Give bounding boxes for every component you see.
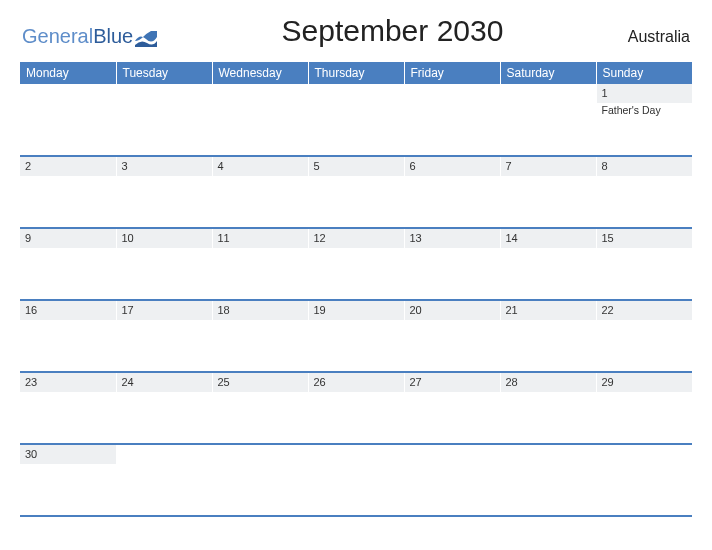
weekday-header: Thursday [308,62,404,84]
day-number [501,84,596,101]
calendar-day-cell [308,84,404,156]
calendar-grid: Monday Tuesday Wednesday Thursday Friday… [20,62,692,517]
month-year-title: September 2030 [157,14,628,48]
calendar-week-row: 30 [20,444,692,516]
day-number [309,84,404,101]
calendar-day-cell: 5 [308,156,404,228]
day-number: 21 [501,301,596,320]
calendar-day-cell: 25 [212,372,308,444]
calendar-day-cell [116,84,212,156]
calendar-day-cell [596,444,692,516]
weekday-header: Monday [20,62,116,84]
calendar-header: GeneralBlue September 2030 Australia [20,18,692,48]
calendar-day-cell: 30 [20,444,116,516]
day-number: 13 [405,229,500,248]
calendar-day-cell [116,444,212,516]
weekday-header: Sunday [596,62,692,84]
calendar-day-cell: 8 [596,156,692,228]
calendar-day-cell: 28 [500,372,596,444]
calendar-day-cell: 6 [404,156,500,228]
calendar-week-row: 1Father's Day [20,84,692,156]
day-number: 18 [213,301,308,320]
calendar-day-cell: 14 [500,228,596,300]
calendar-day-cell: 9 [20,228,116,300]
calendar-day-cell: 3 [116,156,212,228]
day-number: 30 [20,445,116,464]
day-number: 28 [501,373,596,392]
calendar-week-row: 9101112131415 [20,228,692,300]
calendar-day-cell: 18 [212,300,308,372]
day-number: 4 [213,157,308,176]
day-number [597,445,693,462]
calendar-day-cell [308,444,404,516]
weekday-header-row: Monday Tuesday Wednesday Thursday Friday… [20,62,692,84]
day-number: 22 [597,301,693,320]
day-number [309,445,404,462]
logo-text-2: Blue [93,25,133,48]
calendar-day-cell [212,84,308,156]
day-number: 6 [405,157,500,176]
calendar-day-cell [500,84,596,156]
calendar-day-cell: 29 [596,372,692,444]
calendar-day-cell [20,84,116,156]
calendar-day-cell: 4 [212,156,308,228]
brand-logo: GeneralBlue [22,25,157,48]
logo-wave-icon [135,29,157,45]
day-number: 17 [117,301,212,320]
day-number: 23 [20,373,116,392]
day-number [501,445,596,462]
calendar-week-row: 2345678 [20,156,692,228]
day-number: 14 [501,229,596,248]
day-number: 15 [597,229,693,248]
day-number: 12 [309,229,404,248]
day-number: 8 [597,157,693,176]
calendar-day-cell: 10 [116,228,212,300]
day-number [405,445,500,462]
weekday-header: Wednesday [212,62,308,84]
day-number: 29 [597,373,693,392]
day-number: 25 [213,373,308,392]
day-number: 2 [20,157,116,176]
day-number: 7 [501,157,596,176]
region-label: Australia [628,28,690,48]
day-number [117,84,212,101]
calendar-day-cell: 19 [308,300,404,372]
day-number: 19 [309,301,404,320]
weekday-header: Tuesday [116,62,212,84]
day-number [117,445,212,462]
day-number [405,84,500,101]
calendar-day-cell [404,444,500,516]
calendar-day-cell [212,444,308,516]
day-number: 1 [597,84,693,103]
calendar-day-cell: 13 [404,228,500,300]
day-number: 24 [117,373,212,392]
calendar-day-cell: 2 [20,156,116,228]
day-number: 9 [20,229,116,248]
calendar-week-row: 16171819202122 [20,300,692,372]
logo-text-1: General [22,25,93,48]
calendar-day-cell: 27 [404,372,500,444]
holiday-label: Father's Day [597,103,693,117]
weekday-header: Saturday [500,62,596,84]
calendar-day-cell: 21 [500,300,596,372]
day-number [20,84,116,101]
calendar-day-cell: 1Father's Day [596,84,692,156]
calendar-day-cell: 16 [20,300,116,372]
day-number: 5 [309,157,404,176]
calendar-day-cell: 15 [596,228,692,300]
calendar-day-cell: 20 [404,300,500,372]
day-number: 16 [20,301,116,320]
calendar-day-cell: 22 [596,300,692,372]
calendar-day-cell: 11 [212,228,308,300]
calendar-day-cell: 12 [308,228,404,300]
day-number: 20 [405,301,500,320]
weekday-header: Friday [404,62,500,84]
calendar-week-row: 23242526272829 [20,372,692,444]
calendar-day-cell: 24 [116,372,212,444]
calendar-day-cell: 23 [20,372,116,444]
calendar-day-cell: 7 [500,156,596,228]
day-number: 11 [213,229,308,248]
calendar-day-cell: 17 [116,300,212,372]
day-number [213,84,308,101]
day-number: 3 [117,157,212,176]
